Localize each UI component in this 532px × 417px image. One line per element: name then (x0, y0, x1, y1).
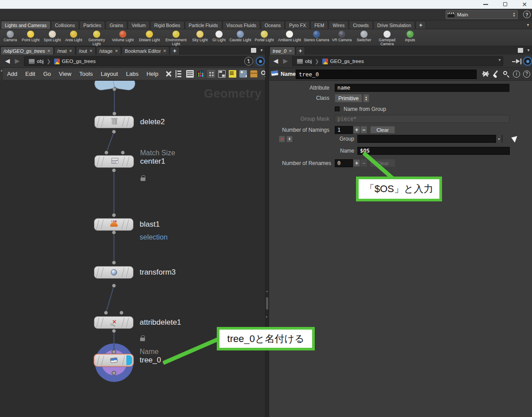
breadcrumb-geo-chip[interactable]: GEO_gs_trees (51, 57, 98, 65)
shelf-tab-rigid-bodies[interactable]: Rigid Bodies (150, 21, 184, 29)
pane-menu-caret-icon[interactable]: ▼ (260, 48, 263, 52)
tab-close-icon[interactable]: ✕ (115, 49, 118, 53)
desktop-selector[interactable]: Main ▲▼ (446, 10, 518, 19)
tab-close-icon[interactable]: ✕ (89, 49, 93, 53)
shelf-tool-gi-light[interactable]: GI Light (210, 30, 228, 46)
gear-icon[interactable] (481, 70, 489, 78)
shelf-tool-inputs[interactable]: inputs (400, 30, 420, 46)
pane-maximize-icon[interactable] (518, 48, 523, 53)
radial-menu-button[interactable] (256, 57, 265, 66)
snapshot-icon[interactable]: + (239, 70, 247, 78)
search-icon[interactable] (503, 71, 510, 78)
shelf-tool-point-light[interactable]: Point Light (20, 30, 42, 46)
name-field[interactable]: $OS (357, 147, 510, 155)
menu-go[interactable]: Go (39, 71, 55, 77)
node-null1[interactable] (94, 81, 135, 90)
shelf-tool-gamepad-camera[interactable]: Gamepad Camera (374, 30, 400, 46)
namings-add-button[interactable]: + (353, 126, 360, 134)
node-blast1[interactable] (94, 218, 133, 231)
shelf-tab-collisions[interactable]: Collisions (51, 21, 79, 29)
tab-close-icon[interactable]: ✕ (163, 49, 167, 53)
network-graph[interactable]: Geometry null1delete2Match Sizecenter1bl… (0, 81, 265, 417)
breadcrumb-obj-chip[interactable]: obj (294, 57, 314, 65)
renames-add-button[interactable]: + (353, 159, 360, 167)
node-tree_0[interactable] (94, 354, 133, 366)
shelf-tool-caustic-light[interactable]: Caustic Light (228, 30, 253, 46)
group-field[interactable] (357, 135, 502, 143)
shelf-tool-distant-light[interactable]: Distant Light (137, 30, 162, 46)
multiparm-delete-button[interactable]: ✕ (279, 136, 285, 142)
brush-icon[interactable] (492, 70, 500, 78)
node-transform3[interactable] (94, 266, 133, 279)
divider-handle[interactable] (266, 297, 268, 310)
tools-icon[interactable] (165, 70, 172, 78)
path-dropdown-caret-icon[interactable]: ▼ (498, 58, 501, 62)
hierarchy-icon[interactable] (176, 70, 183, 78)
shelf-tool-switcher[interactable]: Switcher (354, 30, 374, 46)
node-name-label[interactable]: transform3 (140, 268, 176, 276)
group-select-cursor-icon[interactable] (511, 134, 520, 143)
shelf-tool-portal-light[interactable]: Portal Light (253, 30, 276, 46)
shelf-tab-pyro-fx[interactable]: Pyro FX (285, 21, 310, 29)
shelf-tab-particles[interactable]: Particles (79, 21, 105, 29)
tab-close-icon[interactable]: ✕ (289, 49, 292, 53)
minimize-button[interactable] (479, 0, 492, 8)
node-name-label[interactable]: blast1 (140, 220, 168, 228)
shelf-tool-volume-light[interactable]: Volume Light (109, 30, 137, 46)
info-icon[interactable]: i (513, 71, 520, 78)
group-mask-field[interactable]: piece* (335, 115, 509, 123)
shelf-tab-lights-and-cameras[interactable]: Lights and Cameras (1, 21, 51, 29)
right-breadcrumb[interactable]: obj ❯ GEO_gs_trees (292, 56, 503, 66)
class-spinner[interactable]: ▲▼ (363, 94, 369, 102)
menu-add[interactable]: Add (3, 71, 21, 77)
pane-maximize-icon[interactable] (251, 48, 256, 53)
breadcrumb-obj-chip[interactable]: obj (26, 57, 46, 65)
sticky-note-icon[interactable] (229, 70, 236, 78)
shelf-tab-drive-simulation[interactable]: Drive Simulation (373, 21, 415, 29)
shelf-tab-viscous-fluids[interactable]: Viscous Fluids (223, 21, 261, 29)
grid-icon[interactable] (207, 70, 215, 78)
shelf-tab-grains[interactable]: Grains (106, 21, 127, 29)
pane-tab--stage[interactable]: /stage✕ (96, 47, 121, 55)
number-of-renames-field[interactable]: 0 (335, 159, 353, 167)
pane-menu-caret-icon[interactable]: ▼ (527, 48, 530, 52)
breadcrumb-geo-chip[interactable]: GEO_gs_trees (320, 57, 367, 65)
node-delete2[interactable] (94, 116, 134, 128)
node-name-label[interactable]: attribdelete1 (140, 318, 181, 327)
divider-arrow-down-icon[interactable]: ▸ (266, 315, 268, 319)
display-flag[interactable] (126, 355, 132, 365)
shelf-overflow-caret-icon[interactable]: ▼ (526, 23, 530, 27)
toolbox-icon[interactable] (250, 70, 258, 78)
shelf-tool-geometry-light[interactable]: Geometry Light (84, 30, 109, 46)
name-from-group-checkbox[interactable] (335, 106, 340, 111)
node-type-icon[interactable] (271, 71, 278, 76)
menu-help[interactable]: Help (142, 71, 162, 77)
menu-layout[interactable]: Layout (97, 71, 122, 77)
shelf-add-tab[interactable]: + (415, 21, 426, 29)
node-attribdelete1[interactable]: ✕ (94, 316, 133, 329)
shelf-tab-oceans[interactable]: Oceans (261, 21, 285, 29)
radial-menu-button[interactable] (523, 57, 532, 66)
shelf-tab-crowds[interactable]: Crowds (349, 21, 373, 29)
pane-link-number[interactable]: 1 (244, 57, 253, 66)
shelf-tool-camera[interactable]: Camera (1, 30, 20, 46)
back-arrow-icon[interactable]: ◀ (272, 57, 280, 65)
left-breadcrumb[interactable]: obj ❯ GEO_gs_trees (24, 56, 253, 66)
menu-edit[interactable]: Edit (21, 71, 39, 77)
back-arrow-icon[interactable]: ◀ (4, 57, 12, 65)
menu-labs[interactable]: Labs (122, 71, 142, 77)
node-center1[interactable] (94, 155, 134, 168)
pane-tab--out[interactable]: /out✕ (76, 47, 96, 55)
pane-tab-tree_0[interactable]: tree_0✕ (270, 47, 295, 55)
close-button[interactable]: ✕ (518, 0, 531, 8)
maximize-button[interactable] (498, 0, 512, 8)
shelf-tool-vr-camera[interactable]: VR Camera (330, 30, 354, 46)
pane-add-tab[interactable]: + (170, 47, 180, 55)
shelf-tool-area-light[interactable]: Area Light (63, 30, 84, 46)
shelf-tab-particle-fluids[interactable]: Particle Fluids (185, 21, 222, 29)
attribute-field[interactable]: name (335, 84, 509, 92)
shelf-tool-sky-light[interactable]: Sky Light (190, 30, 210, 46)
pane-tab--mat[interactable]: /mat✕ (54, 47, 75, 55)
forward-arrow-icon[interactable]: ▶ (13, 57, 21, 65)
forward-arrow-icon[interactable]: ▶ (282, 57, 289, 65)
